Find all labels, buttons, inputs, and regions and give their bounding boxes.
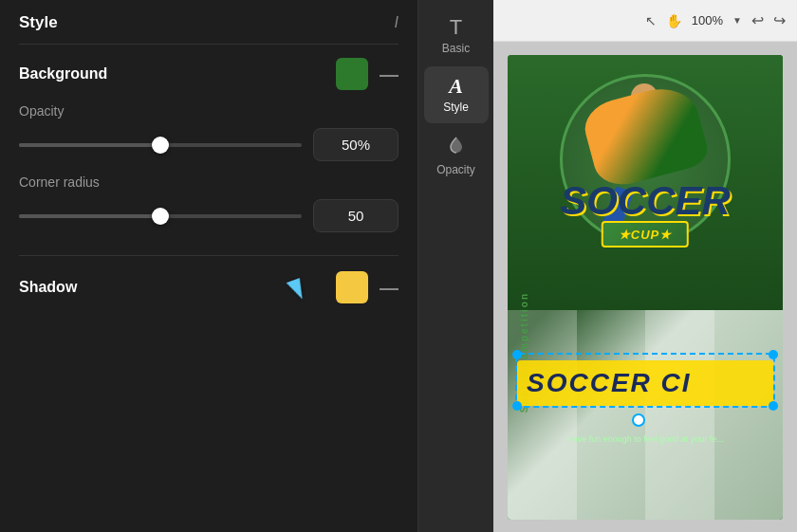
opacity-icon — [446, 135, 467, 159]
selection-outline — [515, 353, 775, 408]
soccer-big-text: SOCCER — [560, 178, 731, 224]
redo-button[interactable]: ↪ — [773, 11, 786, 29]
soccer-poster: SOCCER ★CUP★ Sports competition SOCCER C… — [508, 55, 783, 520]
canvas-topbar: ↖ ✋ 100% ▼ ↩ ↪ — [493, 0, 797, 42]
opacity-slider-row: 50% — [19, 128, 398, 161]
cup-badge: ★CUP★ — [602, 221, 689, 248]
undo-button[interactable]: ↩ — [751, 11, 764, 29]
subtitle-text: Have fun enough to feel good at your fe.… — [517, 434, 773, 444]
background-dash-button[interactable]: — — [380, 64, 398, 83]
corner-radius-slider-row: 50 — [19, 199, 398, 232]
shadow-color-swatch[interactable] — [336, 271, 368, 303]
player-body — [579, 80, 711, 192]
rotate-handle[interactable] — [632, 413, 645, 427]
handle-top-left[interactable] — [512, 350, 522, 359]
canvas-area: ↖ ✋ 100% ▼ ↩ ↪ — [493, 0, 797, 532]
zoom-level[interactable]: 100% — [692, 13, 723, 28]
opacity-slider-thumb[interactable] — [152, 137, 169, 154]
background-section: Background — Opacity 50% Corner radius 5… — [0, 45, 417, 255]
basic-label: Basic — [442, 42, 470, 55]
handle-top-right[interactable] — [769, 350, 778, 359]
toolbar-item-style[interactable]: A Style — [424, 66, 489, 123]
handle-bottom-right[interactable] — [769, 401, 778, 411]
shadow-dash-button[interactable]: — — [380, 278, 398, 297]
opacity-toolbar-label: Opacity — [436, 163, 475, 176]
handle-bottom-left[interactable] — [512, 401, 522, 411]
corner-radius-label: Corner radius — [19, 174, 398, 190]
background-color-swatch[interactable] — [336, 58, 368, 90]
shadow-label: Shadow — [19, 279, 77, 296]
opacity-slider-fill — [19, 143, 160, 147]
style-label: Style — [443, 101, 469, 114]
cup-label: ★CUP★ — [619, 228, 672, 242]
italic-button[interactable]: I — [395, 14, 398, 31]
toolbar-item-basic[interactable]: T Basic — [424, 8, 489, 64]
corner-radius-slider-fill — [19, 214, 160, 218]
corner-radius-value-box[interactable]: 50 — [313, 199, 398, 232]
cursor-tool-icon[interactable]: ↖ — [645, 13, 657, 28]
opacity-value-box[interactable]: 50% — [313, 128, 398, 161]
right-toolbar: T Basic A Style Opacity — [417, 0, 493, 532]
zoom-dropdown-icon[interactable]: ▼ — [732, 15, 742, 26]
shadow-section: Shadow — — [0, 256, 417, 332]
style-icon: A — [449, 76, 463, 97]
corner-radius-slider-thumb[interactable] — [152, 208, 169, 225]
shadow-label-row: Shadow — — [19, 271, 398, 303]
style-panel: Style I Background — Opacity 50% Corner … — [0, 0, 417, 532]
corner-radius-slider-track[interactable] — [19, 214, 302, 218]
soccer-word: SOCCER — [560, 178, 731, 224]
background-label: Background — [19, 65, 107, 83]
panel-title: Style — [19, 13, 58, 32]
basic-icon: T — [450, 17, 462, 38]
background-label-row: Background — — [19, 58, 398, 90]
opacity-label: Opacity — [19, 103, 398, 119]
panel-header: Style I — [0, 0, 417, 44]
canvas-content: SOCCER ★CUP★ Sports competition SOCCER C… — [493, 42, 797, 532]
hand-tool-icon[interactable]: ✋ — [666, 13, 682, 28]
toolbar-item-opacity[interactable]: Opacity — [424, 125, 489, 186]
opacity-slider-track[interactable] — [19, 143, 302, 147]
